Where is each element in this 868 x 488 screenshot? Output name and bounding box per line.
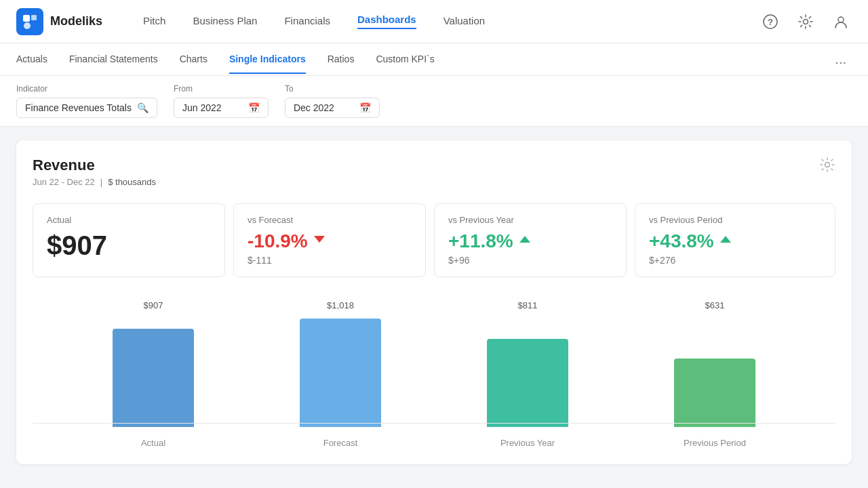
bar-label-prev-period-bottom: Previous Period	[684, 438, 746, 448]
svg-marker-10	[720, 236, 731, 243]
nav-valuation[interactable]: Valuation	[443, 15, 485, 28]
settings-icon[interactable]	[795, 11, 816, 33]
bar-label-forecast-top: $1,018	[327, 300, 354, 310]
bar-wrapper-actual	[113, 319, 194, 427]
indicator-search-icon: 🔍	[137, 102, 149, 113]
chart-col-prev-period: $631 Previous Period	[621, 300, 808, 448]
to-date-value: Dec 2022	[294, 102, 334, 113]
metric-forecast-label: vs Forecast	[248, 215, 412, 225]
more-options[interactable]: ...	[829, 52, 852, 67]
card-subtitle: Jun 22 - Dec 22 | $ thousands	[33, 177, 156, 187]
bar-forecast	[300, 319, 381, 427]
revenue-card: Revenue Jun 22 - Dec 22 | $ thousands Ac…	[16, 140, 852, 464]
metric-prev-year-sub: $+96	[448, 255, 612, 266]
bar-label-prev-year-bottom: Previous Year	[500, 438, 555, 448]
prev-year-arrow-up-icon	[517, 232, 532, 251]
tab-charts[interactable]: Charts	[180, 45, 208, 74]
metrics-row: Actual $907 vs Forecast -10.9% $-111 vs …	[33, 203, 835, 277]
nav-financials[interactable]: Financials	[284, 15, 330, 28]
metric-prev-period: vs Previous Period +43.8% $+276	[635, 203, 835, 277]
tab-ratios[interactable]: Ratios	[328, 45, 355, 74]
indicator-value: Finance Revenues Totals	[25, 102, 132, 113]
card-unit: $ thousands	[108, 177, 156, 187]
bar-label-prev-year-top: $811	[518, 300, 538, 310]
metric-forecast-sub: $-111	[248, 255, 412, 266]
prev-period-arrow-up-icon	[718, 232, 733, 251]
from-label: From	[174, 84, 269, 94]
tab-single-indicators[interactable]: Single Indicators	[229, 45, 306, 74]
metric-prev-year-value: +11.8%	[448, 230, 513, 252]
svg-point-7	[825, 163, 830, 167]
metric-prev-period-change: +43.8%	[649, 230, 821, 252]
chart-col-prev-year: $811 Previous Year	[434, 300, 621, 448]
svg-point-2	[24, 22, 31, 29]
main-content: Revenue Jun 22 - Dec 22 | $ thousands Ac…	[0, 127, 868, 478]
logo-area: Modeliks	[16, 8, 102, 35]
metric-prev-period-value: +43.8%	[649, 230, 714, 252]
card-date-range: Jun 22 - Dec 22	[33, 177, 95, 187]
svg-rect-1	[31, 15, 37, 20]
metric-forecast-change: -10.9%	[248, 230, 412, 252]
bar-actual	[113, 329, 194, 427]
tab-financial-statements[interactable]: Financial Statements	[69, 45, 158, 74]
nav-dashboards[interactable]: Dashboards	[357, 14, 416, 29]
to-label: To	[285, 84, 380, 94]
tab-custom-kpis[interactable]: Custom KPI`s	[376, 45, 434, 74]
bar-prev-year	[487, 339, 568, 427]
from-calendar-icon: 📅	[248, 102, 260, 113]
card-header: Revenue Jun 22 - Dec 22 | $ thousands	[33, 157, 835, 187]
help-icon[interactable]: ?	[760, 11, 781, 33]
to-calendar-icon: 📅	[359, 102, 371, 113]
metric-actual: Actual $907	[33, 203, 225, 277]
indicator-select[interactable]: Finance Revenues Totals 🔍	[16, 98, 157, 118]
metric-prev-period-label: vs Previous Period	[649, 215, 821, 225]
chart-col-actual: $907 Actual	[60, 300, 247, 448]
to-group: To Dec 2022 📅	[285, 84, 380, 118]
chart-area: $907 Actual $1,018 Forecast $811	[33, 299, 835, 448]
svg-marker-9	[519, 236, 530, 243]
metric-prev-period-sub: $+276	[649, 255, 821, 266]
from-date-picker[interactable]: Jun 2022 📅	[174, 98, 269, 118]
logo-icon	[16, 8, 43, 35]
chart-col-forecast: $1,018 Forecast	[247, 300, 434, 448]
bar-wrapper-forecast	[300, 319, 381, 427]
svg-point-5	[804, 19, 808, 24]
tab-actuals[interactable]: Actuals	[16, 45, 47, 74]
metric-actual-label: Actual	[47, 215, 211, 225]
svg-rect-0	[23, 15, 30, 22]
card-title: Revenue	[33, 157, 156, 174]
filter-bar: Indicator Finance Revenues Totals 🔍 From…	[0, 76, 868, 127]
nav-links: Pitch Business Plan Financials Dashboard…	[143, 14, 760, 29]
nav-business-plan[interactable]: Business Plan	[193, 15, 257, 28]
bar-wrapper-prev-period	[674, 319, 755, 427]
svg-marker-8	[314, 236, 325, 243]
metric-forecast: vs Forecast -10.9% $-111	[233, 203, 426, 277]
sub-nav: Actuals Financial Statements Charts Sing…	[0, 43, 868, 76]
to-date-picker[interactable]: Dec 2022 📅	[285, 98, 380, 118]
indicator-group: Indicator Finance Revenues Totals 🔍	[16, 84, 157, 118]
from-group: From Jun 2022 📅	[174, 84, 269, 118]
from-date-value: Jun 2022	[182, 102, 222, 113]
nav-icons: ?	[760, 11, 852, 33]
card-settings-button[interactable]	[819, 157, 835, 176]
chart-baseline	[33, 423, 835, 424]
bar-wrapper-prev-year	[487, 319, 568, 427]
nav-pitch[interactable]: Pitch	[143, 15, 165, 28]
metric-prev-year-change: +11.8%	[448, 230, 612, 252]
card-title-area: Revenue Jun 22 - Dec 22 | $ thousands	[33, 157, 156, 187]
forecast-arrow-down-icon	[312, 232, 327, 251]
indicator-label: Indicator	[16, 84, 157, 94]
metric-forecast-value: -10.9%	[248, 230, 308, 252]
top-nav: Modeliks Pitch Business Plan Financials …	[0, 0, 868, 43]
bar-label-actual-bottom: Actual	[141, 438, 165, 448]
metric-prev-year-label: vs Previous Year	[448, 215, 612, 225]
svg-point-6	[838, 17, 844, 22]
user-icon[interactable]	[830, 11, 852, 33]
bar-prev-period	[674, 359, 755, 427]
metric-prev-year: vs Previous Year +11.8% $+96	[434, 203, 627, 277]
svg-text:?: ?	[768, 17, 773, 27]
bar-label-prev-period-top: $631	[705, 300, 725, 310]
logo-name: Modeliks	[50, 14, 102, 28]
bar-label-actual-top: $907	[144, 300, 163, 310]
metric-actual-value: $907	[47, 230, 211, 261]
